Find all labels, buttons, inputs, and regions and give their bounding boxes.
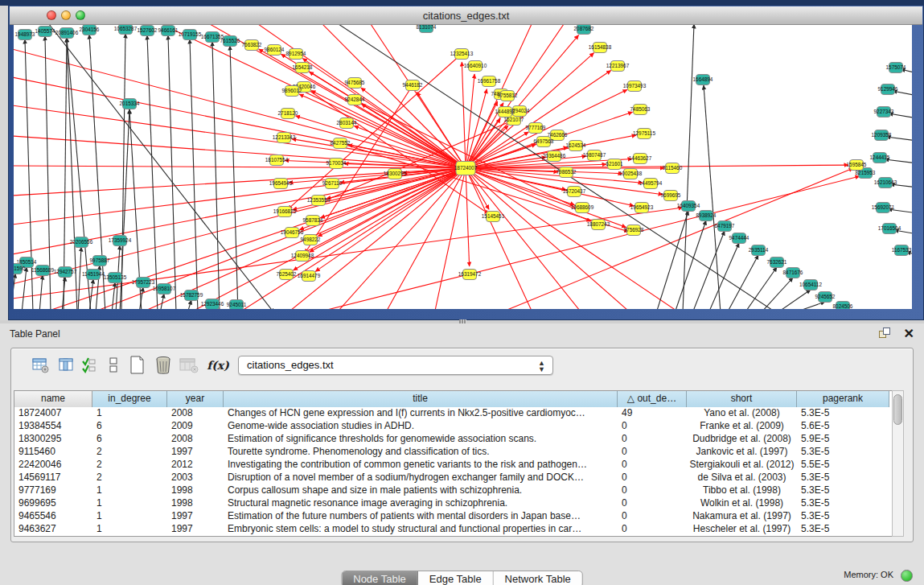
column-header[interactable]: △ out_de… <box>618 391 687 407</box>
table-row[interactable]: 977716911998Corpus callosum shape and si… <box>14 484 892 497</box>
table-row[interactable]: 1872400712008Changes of HCN gene express… <box>14 407 892 420</box>
column-header[interactable]: title <box>224 391 618 407</box>
table-cell[interactable]: 6 <box>92 420 167 433</box>
node-table[interactable]: namein_degreeyeartitle△ out_de…shortpage… <box>14 390 892 537</box>
table-body[interactable]: 1872400712008Changes of HCN gene express… <box>14 407 892 536</box>
table-cell[interactable]: 2 <box>92 472 167 484</box>
table-cell[interactable]: 49 <box>618 407 687 420</box>
table-cell[interactable]: 9115460 <box>14 446 92 459</box>
table-source-select[interactable]: citations_edges.txt ▲▼ <box>238 356 553 375</box>
table-row[interactable]: 1456911722003Disruption of a novel membe… <box>14 472 892 484</box>
table-cell[interactable]: 5.3E-5 <box>797 523 889 536</box>
table-cell[interactable]: 14569117 <box>14 472 92 484</box>
table-cell[interactable]: 1998 <box>167 497 224 510</box>
scrollbar-thumb[interactable] <box>893 394 902 425</box>
table-row[interactable]: 946362711997Embryonic stem cells: a mode… <box>14 523 892 536</box>
table-cell[interactable]: Jankovic et al. (1997) <box>687 446 797 459</box>
table-cell[interactable]: 1997 <box>167 446 224 459</box>
table-cell[interactable]: 5.3E-5 <box>797 407 889 420</box>
table-cell[interactable]: Franke et al. (2009) <box>687 420 797 433</box>
table-cell[interactable]: 0 <box>618 433 687 446</box>
table-cell[interactable]: 1 <box>92 484 167 497</box>
table-cell[interactable]: Yano et al. (2008) <box>687 407 797 420</box>
close-panel-icon[interactable]: ✕ <box>904 326 914 341</box>
table-cell[interactable]: Dudbridge et al. (2008) <box>687 433 797 446</box>
table-cell[interactable]: Tourette syndrome. Phenomenology and cla… <box>224 446 618 459</box>
table-cell[interactable]: 2009 <box>167 420 224 433</box>
column-header[interactable]: short <box>687 391 797 407</box>
table-cell[interactable]: Embryonic stem cells: a model to study s… <box>224 523 618 536</box>
table-row[interactable]: 911546021997Tourette syndrome. Phenomeno… <box>14 446 892 459</box>
table-cell[interactable]: 0 <box>618 459 687 472</box>
table-cell[interactable]: 0 <box>618 446 687 459</box>
network-window-titlebar[interactable]: citations_edges.txt <box>10 6 922 25</box>
table-cell[interactable]: 9463627 <box>14 523 92 536</box>
table-cell[interactable]: Changes of HCN gene expression and I(f) … <box>224 407 618 420</box>
select-all-checks-icon[interactable] <box>79 355 100 376</box>
table-header-row[interactable]: namein_degreeyeartitle△ out_de…shortpage… <box>14 391 892 407</box>
table-cell[interactable]: Investigating the contribution of common… <box>224 459 618 472</box>
table-row[interactable]: 1830029562008Estimation of significance … <box>14 433 892 446</box>
table-cell[interactable]: Stergiakouli et al. (2012) <box>687 459 797 472</box>
table-cell[interactable]: 1 <box>92 407 167 420</box>
network-canvas[interactable]: 1872400718300295194897314055742089140623… <box>14 25 912 309</box>
table-cell[interactable]: Corpus callosum shape and size in male p… <box>224 484 618 497</box>
table-cell[interactable]: 1 <box>92 523 167 536</box>
table-cell[interactable]: 2003 <box>167 472 224 484</box>
table-cell[interactable]: 5.3E-5 <box>797 484 889 497</box>
table-cell[interactable]: 0 <box>618 497 687 510</box>
table-cell[interactable]: 5.5E-5 <box>797 459 889 472</box>
table-cell[interactable]: 1998 <box>167 484 224 497</box>
table-row[interactable]: 1938455462009Genome-wide association stu… <box>14 420 892 433</box>
table-cell[interactable]: 18300295 <box>14 433 92 446</box>
table-cell[interactable]: 9777169 <box>14 484 92 497</box>
table-cell[interactable]: Estimation of the future numbers of pati… <box>224 510 618 523</box>
delete-table-icon[interactable] <box>153 355 174 376</box>
table-cell[interactable]: 2012 <box>167 459 224 472</box>
table-cell[interactable]: 5.3E-5 <box>797 446 889 459</box>
table-cell[interactable]: 5.9E-5 <box>797 433 889 446</box>
table-cell[interactable]: 0 <box>618 510 687 523</box>
table-row[interactable]: 969969511998Structural magnetic resonanc… <box>14 497 892 510</box>
table-cell[interactable]: 18724007 <box>14 407 92 420</box>
column-header[interactable]: year <box>167 391 224 407</box>
table-cell[interactable]: 22420046 <box>14 459 92 472</box>
table-cell[interactable]: Nakamura et al. (1997) <box>687 510 797 523</box>
float-panel-icon[interactable] <box>879 328 890 339</box>
table-cell[interactable]: 19384554 <box>14 420 92 433</box>
table-cell[interactable]: 0 <box>618 472 687 484</box>
table-cell[interactable]: 2008 <box>167 407 224 420</box>
table-cell[interactable]: 2 <box>92 446 167 459</box>
table-cell[interactable]: 5.3E-5 <box>797 510 889 523</box>
table-cell[interactable]: Structural magnetic resonance image aver… <box>224 497 618 510</box>
table-cell[interactable]: 2008 <box>167 433 224 446</box>
table-cell[interactable]: 5.3E-5 <box>797 497 889 510</box>
column-header[interactable]: in_degree <box>92 391 167 407</box>
table-cell[interactable]: 1997 <box>167 510 224 523</box>
table-cell[interactable]: Disruption of a novel member of a sodium… <box>224 472 618 484</box>
table-cell[interactable]: 2 <box>92 459 167 472</box>
table-cell[interactable]: Tibbo et al. (1998) <box>687 484 797 497</box>
table-options-icon[interactable] <box>31 355 51 376</box>
table-cell[interactable]: Genome-wide association studies in ADHD. <box>224 420 618 433</box>
table-cell[interactable]: 5.3E-5 <box>797 472 889 484</box>
show-columns-icon[interactable] <box>56 355 77 376</box>
table-cell[interactable]: de Silva et al. (2003) <box>687 472 797 484</box>
table-cell[interactable]: 6 <box>92 433 167 446</box>
table-cell[interactable]: 9699695 <box>14 497 92 510</box>
table-cell[interactable]: 9465546 <box>14 510 92 523</box>
network-window[interactable]: citations_edges.txt 18724007183002951948… <box>8 5 924 320</box>
memory-ok-icon[interactable] <box>901 570 913 582</box>
table-cell[interactable]: 0 <box>618 523 687 536</box>
table-cell[interactable]: 1 <box>92 497 167 510</box>
new-table-icon[interactable] <box>127 355 148 376</box>
table-cell[interactable]: 0 <box>618 484 687 497</box>
function-builder-icon[interactable]: f(x) <box>207 355 228 376</box>
table-cell[interactable]: 1 <box>92 510 167 523</box>
column-header[interactable]: pagerank <box>797 391 889 407</box>
table-cell[interactable]: Wolkin et al. (1998) <box>687 497 797 510</box>
table-cell[interactable]: 5.6E-5 <box>797 420 889 433</box>
table-row[interactable]: 946554611997Estimation of the future num… <box>14 510 892 523</box>
table-row[interactable]: 2242004622012Investigating the contribut… <box>14 459 892 472</box>
row-height-icon[interactable] <box>103 355 124 376</box>
